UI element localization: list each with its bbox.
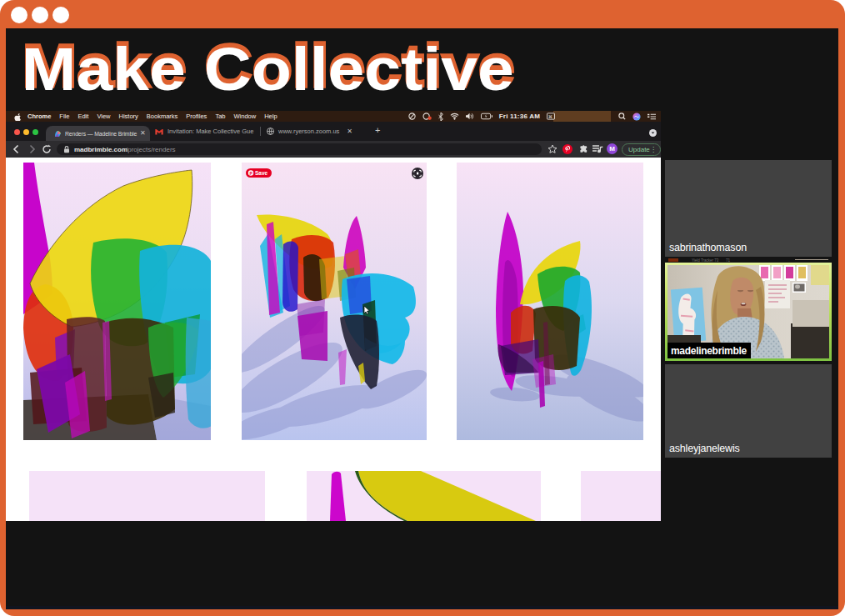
svg-text:Save: Save <box>255 170 268 176</box>
svg-text:⌘: ⌘ <box>548 114 552 119</box>
